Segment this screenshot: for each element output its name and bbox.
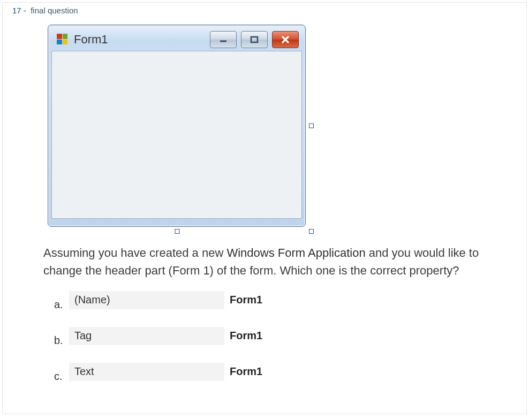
- form-client-area: [51, 51, 302, 219]
- property-name: (Name): [69, 294, 224, 306]
- window-buttons: [210, 31, 299, 48]
- option-letter: c.: [54, 361, 69, 383]
- property-value: Form1: [224, 363, 299, 381]
- maximize-button[interactable]: [241, 31, 268, 48]
- question-content: Form1: [43, 20, 521, 383]
- svg-rect-1: [251, 37, 258, 42]
- answer-options: a. (Name) Form1 b. Tag Form1 c. Text For…: [54, 289, 521, 383]
- option-letter: a.: [54, 289, 69, 311]
- window-title: Form1: [74, 33, 210, 47]
- question-number: 17 -: [12, 6, 26, 15]
- option-a[interactable]: a. (Name) Form1: [54, 289, 521, 311]
- resize-handle-corner-icon[interactable]: [309, 229, 314, 234]
- property-row: (Name) Form1: [69, 291, 299, 309]
- prompt-highlight: Windows Form Application: [226, 246, 365, 259]
- property-name: Text: [69, 365, 224, 378]
- property-row: Tag Form1: [69, 327, 299, 345]
- minimize-button[interactable]: [210, 31, 237, 48]
- option-c[interactable]: c. Text Form1: [54, 361, 521, 383]
- resize-handle-bottom-icon[interactable]: [175, 229, 180, 234]
- option-b[interactable]: b. Tag Form1: [54, 325, 521, 347]
- property-name: Tag: [69, 330, 224, 342]
- property-value: Form1: [224, 327, 299, 345]
- windows-form-designer: Form1: [43, 20, 311, 231]
- question-prompt: Assuming you have created a new Windows …: [43, 244, 493, 279]
- resize-handle-right-icon[interactable]: [309, 124, 314, 128]
- close-button[interactable]: [272, 31, 299, 48]
- titlebar: Form1: [51, 28, 302, 51]
- property-value: Form1: [224, 291, 299, 309]
- option-letter: b.: [54, 325, 69, 347]
- form-window: Form1: [48, 25, 306, 227]
- property-row: Text Form1: [69, 363, 299, 381]
- question-label: final question: [31, 6, 78, 15]
- prompt-before: Assuming you have created a new: [43, 246, 226, 259]
- app-icon: [57, 34, 69, 45]
- question-card: 17 - final question Form1: [2, 2, 527, 414]
- question-header: 17 - final question: [12, 6, 521, 15]
